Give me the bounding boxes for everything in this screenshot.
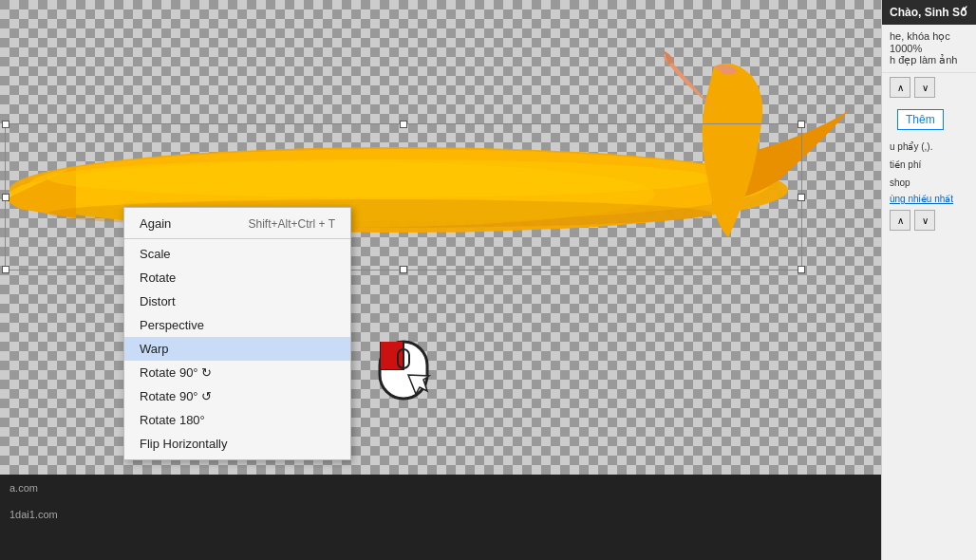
handle-mr[interactable] <box>798 194 805 201</box>
panel-arrows-2: ∧ ∨ <box>882 206 976 234</box>
menu-item-perspective[interactable]: Perspective <box>124 313 350 337</box>
bottom-bar: a.com 1dai1.com <box>0 475 883 560</box>
them-button[interactable]: Thêm <box>897 109 944 130</box>
handle-bc[interactable] <box>400 266 407 273</box>
arrow-down-btn[interactable]: ∨ <box>914 77 935 98</box>
menu-item-rotate90cw[interactable]: Rotate 90° ↻ <box>124 361 350 384</box>
menu-item-scale[interactable]: Scale <box>124 242 350 266</box>
context-menu: Again Shift+Alt+Ctrl + T Scale Rotate Di… <box>123 207 351 460</box>
menu-item-flip-h[interactable]: Flip Horizontally <box>124 432 350 456</box>
menu-item-again[interactable]: Again Shift+Alt+Ctrl + T <box>124 212 350 235</box>
menu-item-rotate180[interactable]: Rotate 180° <box>124 408 350 432</box>
menu-item-rotate[interactable]: Rotate <box>124 266 350 289</box>
menu-item-warp[interactable]: Warp <box>124 337 350 361</box>
panel-arrows-1: ∧ ∨ <box>882 73 976 102</box>
panel-text-2: tiền phí <box>882 156 976 174</box>
panel-header: Chào, Sinh Số <box>882 0 976 25</box>
arrow-up-btn-2[interactable]: ∧ <box>890 210 910 231</box>
panel-text-1: u phẩy (,). <box>882 138 976 156</box>
handle-bl[interactable] <box>2 266 9 273</box>
arrow-down-btn-2[interactable]: ∨ <box>914 210 935 231</box>
panel-link[interactable]: ùng nhiều nhất <box>882 192 976 206</box>
handle-ml[interactable] <box>2 194 9 201</box>
canvas-area: Again Shift+Alt+Ctrl + T Scale Rotate Di… <box>0 0 883 560</box>
menu-item-distort[interactable]: Distort <box>124 289 350 313</box>
menu-divider <box>124 238 350 239</box>
right-panel: Chào, Sinh Số he, khóa học 1000% h đẹp l… <box>881 0 976 560</box>
panel-text-3: shop <box>882 174 976 192</box>
handle-tr[interactable] <box>798 121 805 128</box>
handle-tl[interactable] <box>2 121 9 128</box>
mouse-icon <box>370 313 437 411</box>
bottom-bar-text2: 1dai1.com <box>0 501 883 528</box>
panel-section-1: he, khóa học 1000% h đẹp làm ảnh <box>882 25 976 73</box>
handle-br[interactable] <box>798 266 805 273</box>
arrow-up-btn[interactable]: ∧ <box>890 77 910 98</box>
menu-item-rotate90ccw[interactable]: Rotate 90° ↺ <box>124 384 350 408</box>
bottom-bar-text1: a.com <box>0 475 883 501</box>
handle-tc[interactable] <box>400 121 407 128</box>
